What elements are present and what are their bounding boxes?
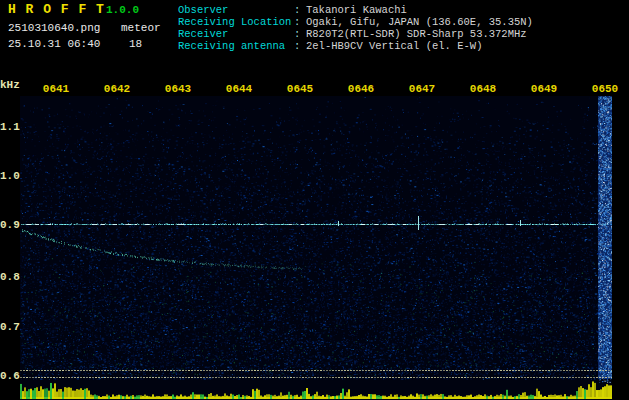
time-tick-label: 0647 [407,83,437,95]
time-tick-label: 0641 [41,83,71,95]
time-tick-label: 0646 [346,83,376,95]
info-value: R820T2(RTL-SDR) SDR-Sharp 53.372MHz [306,28,527,40]
info-label: Receiver [178,28,294,40]
time-tick-label: 0642 [102,83,132,95]
freq-unit-label: kHz [0,79,18,91]
time-tick-label: 0644 [224,83,254,95]
info-label: Receiving antenna [178,40,294,52]
echo-count-label: 18 [129,38,142,50]
info-separator: : [294,4,306,16]
time-tick-label: 0649 [529,83,559,95]
time-tick-label: 0650 [590,83,620,95]
version-label: 1.0.0 [106,4,139,16]
filename-label: 2510310640.png [8,22,100,34]
info-row-location: Receiving Location:Ogaki, Gifu, JAPAN (1… [178,16,533,28]
time-tick-label: 0645 [285,83,315,95]
info-separator: : [294,40,306,52]
info-row-receiver: Receiver:R820T2(RTL-SDR) SDR-Sharp 53.37… [178,28,533,40]
info-value: Ogaki, Gifu, JAPAN (136.60E, 35.35N) [306,16,533,28]
freq-tick-label: 0.7 [0,321,18,333]
info-value: 2el-HB9CV Vertical (el. E-W) [306,40,482,52]
app-title: H R O F F T [8,2,105,17]
spectrogram-canvas [20,96,612,400]
hrofft-window: H R O F F T 1.0.0 2510310640.png meteor … [0,0,629,400]
info-label: Receiving Location [178,16,294,28]
info-separator: : [294,16,306,28]
time-tick-label: 0643 [163,83,193,95]
time-tick-label: 0648 [468,83,498,95]
freq-tick-label: 0.6 [0,370,18,382]
freq-tick-label: 1.1 [0,121,18,133]
info-row-antenna: Receiving antenna:2el-HB9CV Vertical (el… [178,40,533,52]
freq-tick-label: 0.8 [0,271,18,283]
station-info: Observer:Takanori Kawachi Receiving Loca… [178,4,533,52]
mode-label: meteor [121,22,161,34]
info-value: Takanori Kawachi [306,4,407,16]
freq-tick-label: 1.0 [0,170,18,182]
info-label: Observer [178,4,294,16]
datetime-label: 25.10.31 06:40 [8,38,100,50]
freq-tick-label: 0.9 [0,219,18,231]
info-row-observer: Observer:Takanori Kawachi [178,4,533,16]
info-separator: : [294,28,306,40]
